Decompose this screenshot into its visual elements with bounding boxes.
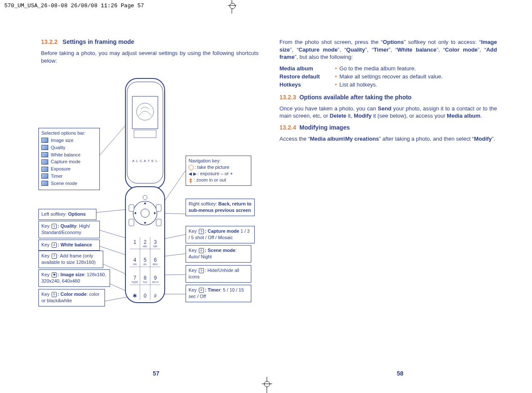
key-1-icon: 1 bbox=[52, 224, 57, 229]
def-row: Hotkeys • List all hotkeys. bbox=[279, 81, 497, 88]
callout-navigation-key: Navigation key: : take the picture ◀ ▶: … bbox=[186, 156, 251, 186]
key-3-icon: 3 bbox=[199, 229, 204, 234]
def-desc: Make all settings recover as default val… bbox=[340, 73, 497, 80]
def-row: Restore default • Make all settings reco… bbox=[279, 73, 497, 80]
crop-mark-top bbox=[226, 0, 238, 17]
def-term: Hotkeys bbox=[279, 81, 335, 88]
callout-key-4: Key 4: White balance bbox=[38, 240, 100, 251]
svg-point-21 bbox=[141, 209, 149, 217]
svg-text:4: 4 bbox=[134, 257, 137, 263]
svg-rect-17 bbox=[134, 130, 156, 138]
svg-rect-26 bbox=[156, 219, 161, 226]
modify-paragraph: Access the “Media album\My creations” af… bbox=[279, 135, 497, 143]
svg-rect-15 bbox=[132, 96, 158, 129]
key-star-icon: ✱ bbox=[52, 272, 57, 277]
scene-mode-icon bbox=[41, 181, 48, 186]
crop-mark-bottom bbox=[261, 373, 273, 393]
key-0-icon: 0 bbox=[52, 292, 57, 297]
after-photo-paragraph: Once you have taken a photo, you can Sen… bbox=[279, 105, 497, 120]
svg-text:DEF: DEF bbox=[153, 245, 157, 248]
option-item: Image size bbox=[41, 137, 97, 144]
svg-text:TUV: TUV bbox=[143, 281, 148, 283]
svg-text:9: 9 bbox=[154, 275, 157, 281]
def-term: Restore default bbox=[279, 73, 335, 80]
options-bar-title: Selected options bar: bbox=[41, 130, 97, 136]
callout-key-3: Key 3: Capture mode 1 / 3 / 5 shot / Off… bbox=[186, 226, 255, 243]
callout-options-bar: Selected options bar: Image size Quality… bbox=[38, 128, 100, 190]
section-heading-1323: 13.2.3 Options available after taking th… bbox=[279, 94, 497, 101]
callout-key-star: Key ✱: Image size: 128x160, 320x240, 640… bbox=[38, 269, 110, 287]
section-title: Settings in framing mode bbox=[63, 38, 134, 45]
option-item: Quality bbox=[41, 144, 97, 151]
intro-paragraph: Before taking a photo, you may adjust se… bbox=[41, 49, 259, 64]
phone-diagram-area: A L C A T E L 123 456 789 ✱0# A bbox=[38, 72, 265, 337]
section-heading-1324: 13.2.4 Modifying images bbox=[279, 124, 497, 131]
svg-text:GHI: GHI bbox=[133, 263, 137, 266]
svg-rect-25 bbox=[129, 219, 134, 226]
left-page: 13.2.2 Settings in framing mode Before t… bbox=[41, 38, 259, 69]
key-6-icon: 6 bbox=[199, 248, 204, 253]
manual-page: 570_UM_USA_26-08-08 26/08/08 11:26 Page … bbox=[0, 0, 532, 393]
svg-rect-24 bbox=[156, 205, 161, 211]
ok-key-icon bbox=[189, 165, 194, 170]
white-balance-icon bbox=[41, 152, 48, 157]
svg-text:WXYZ: WXYZ bbox=[152, 281, 158, 283]
print-header: 570_UM_USA_26-08-08 26/08/08 11:26 Page … bbox=[4, 3, 144, 9]
svg-text:5: 5 bbox=[144, 257, 147, 263]
svg-text:#: # bbox=[154, 293, 157, 299]
callout-key-0: Key 0: Color mode: color or black&white bbox=[38, 289, 105, 306]
right-page: From the photo shot screen, press the “O… bbox=[279, 38, 497, 147]
svg-text:ABC: ABC bbox=[143, 245, 148, 248]
exposure-icon bbox=[41, 167, 48, 172]
svg-text:✱: ✱ bbox=[133, 293, 137, 299]
quality-icon bbox=[41, 145, 48, 150]
section-heading-1322: 13.2.2 Settings in framing mode bbox=[41, 38, 259, 45]
svg-text:2: 2 bbox=[144, 239, 147, 245]
svg-text:6: 6 bbox=[154, 257, 157, 263]
page-number-left: 57 bbox=[153, 370, 160, 377]
key-hash-icon: # bbox=[199, 288, 204, 293]
callout-key-1: Key 1: Quality: High/ Standard/Economy bbox=[38, 221, 100, 238]
up-down-icon: ▲▼ bbox=[189, 177, 193, 183]
callout-key-hash: Key #: Timer: 5 / 10 / 15 sec / Off bbox=[186, 285, 251, 302]
capture-mode-icon bbox=[41, 159, 48, 165]
option-item: White balance bbox=[41, 152, 97, 158]
bullet-icon: • bbox=[335, 65, 337, 72]
svg-text:3: 3 bbox=[154, 239, 157, 245]
image-size-icon bbox=[41, 138, 48, 143]
option-item: Capture mode bbox=[41, 159, 97, 165]
key-9-icon: 9 bbox=[199, 268, 204, 273]
svg-text:A L C A T E L: A L C A T E L bbox=[132, 159, 158, 163]
callout-key-6: Key 6: Scene mode: Auto/ Night bbox=[186, 245, 251, 263]
section-number: 13.2.2 bbox=[41, 38, 58, 45]
left-right-icon: ◀ ▶ bbox=[189, 171, 197, 177]
svg-text:PQRS: PQRS bbox=[132, 281, 138, 283]
option-item: Timer bbox=[41, 173, 97, 179]
def-term: Media album bbox=[279, 65, 335, 72]
key-4-icon: 4 bbox=[52, 243, 57, 248]
svg-text:8: 8 bbox=[144, 275, 147, 281]
nav-title: Navigation key: bbox=[189, 158, 248, 164]
svg-text:0: 0 bbox=[144, 293, 147, 299]
def-desc: List all hotkeys. bbox=[340, 81, 497, 88]
svg-text:MNO: MNO bbox=[153, 263, 158, 266]
key-7-icon: 7 bbox=[52, 254, 57, 259]
timer-icon bbox=[41, 173, 48, 179]
callout-left-softkey: Left softkey: Options bbox=[38, 209, 96, 220]
callout-key-7: Key 7: Add frame (only available to size… bbox=[38, 251, 103, 268]
callout-right-softkey: Right softkey: Back, return to sub-menus… bbox=[186, 199, 255, 216]
bullet-icon: • bbox=[335, 81, 337, 88]
options-paragraph: From the photo shot screen, press the “O… bbox=[279, 38, 497, 61]
svg-text:7: 7 bbox=[134, 275, 137, 281]
phone-illustration: A L C A T E L 123 456 789 ✱0# A bbox=[115, 77, 175, 307]
svg-text:JKL: JKL bbox=[143, 263, 147, 266]
svg-rect-23 bbox=[129, 205, 134, 211]
page-number-right: 58 bbox=[397, 370, 404, 377]
def-row: Media album • Go to the media album feat… bbox=[279, 65, 497, 72]
def-desc: Go to the media album feature. bbox=[340, 65, 497, 72]
bullet-icon: • bbox=[335, 73, 337, 80]
svg-text:1: 1 bbox=[134, 239, 137, 245]
callout-key-9: Key 9: Hide/Unhide all icons bbox=[186, 265, 251, 283]
option-item: Exposure bbox=[41, 166, 97, 172]
option-item: Scene mode bbox=[41, 180, 97, 187]
